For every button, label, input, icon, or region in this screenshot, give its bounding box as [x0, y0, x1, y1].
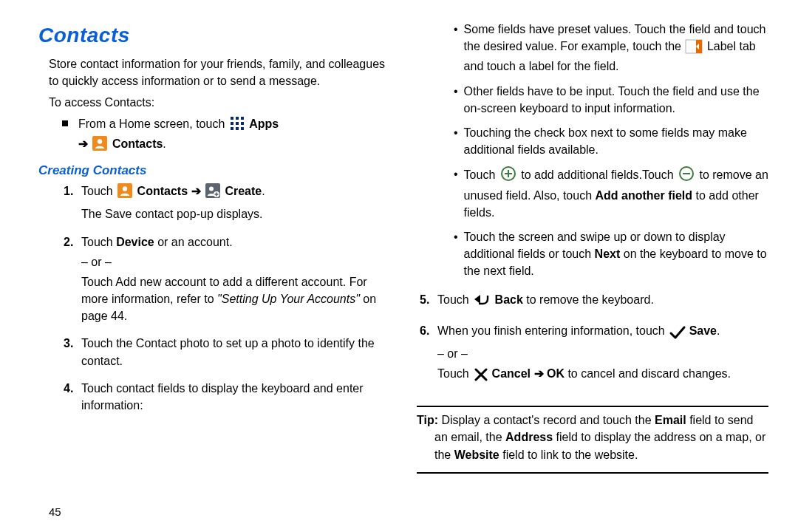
step-6-line2: Touch Cancel ➔ OK to cancel and discard …: [437, 365, 774, 385]
step-3: 3. Touch the Contact photo to set up a p…: [64, 335, 396, 372]
step-1: 1. Touch Contacts ➔ Create. The Save con…: [64, 183, 396, 225]
page-number: 45: [49, 495, 396, 520]
arrow-icon: ➔: [534, 367, 547, 380]
steps-list: 1. Touch Contacts ➔ Create. The Save con…: [64, 183, 396, 424]
step-3-text: Touch the Contact photo to set up a phot…: [81, 335, 396, 369]
check-icon: [669, 325, 684, 342]
sub-bullet-1: Some fields have preset values. Touch th…: [454, 21, 774, 75]
sub-bullet-4: Touch to add additional fields.Touch to …: [454, 166, 774, 221]
step-number: 3.: [64, 335, 81, 352]
step-6-line1: When you finish entering information, to…: [437, 322, 774, 342]
label-tab-icon: [686, 40, 702, 58]
text: Display a contact's record and touch the: [438, 414, 655, 426]
step-number: 6.: [420, 322, 437, 339]
intro-paragraph: Store contact information for your frien…: [49, 55, 396, 89]
step-6: 6. When you finish entering information,…: [420, 322, 774, 389]
step-number: 4.: [64, 380, 81, 397]
contacts-label: Contacts: [112, 137, 163, 150]
text: Back: [495, 293, 523, 306]
text: or an account.: [154, 236, 233, 248]
text: .: [717, 324, 720, 337]
square-bullet-icon: [62, 120, 68, 126]
text: to remove the keyboard.: [526, 293, 654, 306]
section-title: Contacts: [38, 21, 396, 51]
text: Email: [655, 414, 686, 426]
steps-list-right: 5. Touch Back to remove the keyboard. 6.…: [420, 291, 774, 395]
tip-text: Tip: Display a contact's record and touc…: [434, 412, 768, 463]
arrow-icon: ➔: [191, 185, 201, 197]
cross-reference: "Setting Up Your Accounts": [217, 293, 360, 305]
tip-box: Tip: Display a contact's record and touc…: [417, 406, 768, 474]
tip-label: Tip:: [417, 414, 438, 426]
text: Address: [505, 431, 553, 443]
step-2: 2. Touch Device or an account. – or – To…: [64, 233, 396, 328]
svg-marker-28: [474, 295, 480, 304]
apps-label: Apps: [249, 117, 279, 130]
step-2-line2: Touch Add new account to add a different…: [81, 273, 396, 325]
sub-bullet-5: Touch the screen and swipe up or down to…: [454, 228, 774, 280]
step-2-line1: Touch Device or an account.: [81, 233, 396, 250]
manual-page: Contacts Store contact information for y…: [0, 0, 798, 532]
minus-circle-icon: [678, 166, 695, 186]
access-bullet-text: From a Home screen, touch Apps ➔ Contact…: [78, 115, 279, 155]
access-bullet: From a Home screen, touch Apps ➔ Contact…: [62, 115, 396, 155]
create-contact-icon: [205, 183, 220, 202]
step-5-text: Touch Back to remove the keyboard.: [437, 291, 774, 311]
or-divider: – or –: [81, 253, 396, 270]
step-5: 5. Touch Back to remove the keyboard.: [420, 291, 774, 314]
text: Create: [225, 185, 262, 197]
text: Cancel: [492, 367, 531, 380]
text: .: [262, 185, 265, 197]
step-4-text: Touch contact fields to display the keyb…: [81, 380, 396, 414]
text: Touch: [437, 367, 472, 380]
right-column: Some fields have preset values. Touch th…: [414, 21, 774, 520]
sub-bullet-2: Other fields have to be input. Touch the…: [454, 83, 774, 117]
step-number: 2.: [64, 233, 81, 250]
plus-circle-icon: [500, 166, 516, 186]
text: to cancel and discard changes.: [567, 367, 731, 380]
text: OK: [547, 367, 565, 380]
access-heading: To access Contacts:: [49, 94, 396, 111]
text: Device: [116, 236, 154, 248]
x-icon: [474, 367, 487, 385]
subsection-title: Creating Contacts: [38, 162, 396, 180]
text: Touch: [464, 168, 499, 181]
text: Touch: [437, 293, 472, 306]
field-sublist: Some fields have preset values. Touch th…: [454, 21, 774, 287]
step-number: 1.: [64, 183, 81, 200]
text: Touch: [81, 185, 113, 197]
step-number: 5.: [420, 291, 437, 308]
text: Next: [595, 248, 621, 260]
text: .: [163, 137, 166, 150]
left-column: Contacts Store contact information for y…: [38, 21, 414, 520]
text: When you finish entering information, to…: [437, 324, 668, 337]
step-1-line2: The Save contact pop-up displays.: [81, 205, 396, 222]
or-divider: – or –: [437, 345, 774, 362]
step-1-line1: Touch Contacts ➔ Create.: [81, 183, 396, 202]
text: From a Home screen, touch: [78, 117, 225, 130]
text: Contacts: [137, 185, 188, 197]
arrow-icon: ➔: [78, 137, 88, 150]
text: Touching the check box next to some fiel…: [464, 124, 774, 158]
text: to add additional fields.Touch: [521, 168, 677, 181]
text: field to link to the website.: [499, 449, 638, 461]
apps-grid-icon: [230, 116, 245, 135]
text: Other fields have to be input. Touch the…: [464, 83, 774, 117]
text: Add another field: [596, 189, 693, 202]
contacts-icon: [117, 183, 132, 202]
sub-bullet-3: Touching the check box next to some fiel…: [454, 124, 774, 158]
text: Website: [454, 449, 499, 461]
back-icon: [474, 293, 490, 311]
text: Touch: [81, 236, 116, 248]
contacts-icon: [92, 136, 107, 155]
step-4: 4. Touch contact fields to display the k…: [64, 380, 396, 417]
text: Save: [689, 324, 717, 337]
